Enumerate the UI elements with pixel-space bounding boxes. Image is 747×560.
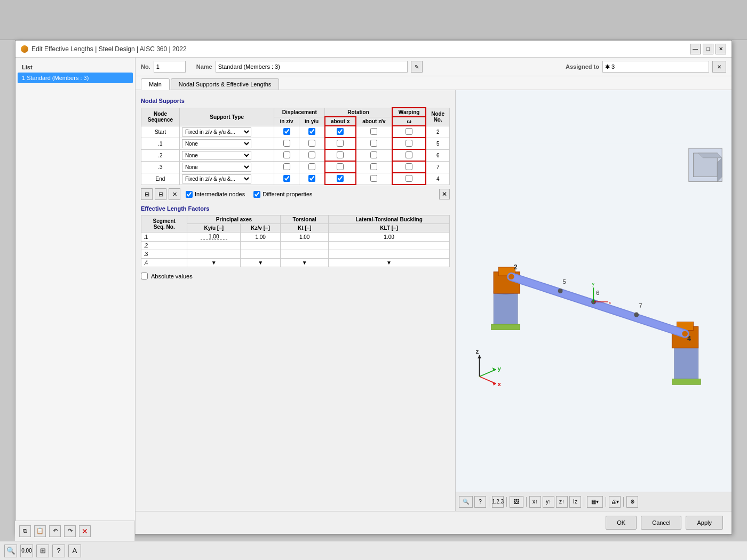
close-button[interactable]: ✕ xyxy=(716,44,726,54)
row-rot-x-end xyxy=(325,173,356,185)
intermediate-nodes-checkbox[interactable] xyxy=(186,191,193,198)
cb-rot-x-end[interactable] xyxy=(337,175,344,182)
row-node-no-1: 5 xyxy=(426,138,449,149)
assigned-edit-button[interactable]: ✕ xyxy=(712,61,726,73)
th-torsional: Torsional xyxy=(281,215,329,224)
taskbar-btn-4[interactable]: ? xyxy=(52,545,65,557)
taskbar-btn-val[interactable]: 0.00 xyxy=(20,545,33,557)
view-btn-3[interactable]: 1.2.3 xyxy=(492,496,504,508)
view-btn-x[interactable]: x↑ xyxy=(529,496,541,508)
dialog-title: Edit Effective Lengths | Steel Design | … xyxy=(21,45,187,53)
apply-button[interactable]: Apply xyxy=(686,516,723,530)
support-type-start[interactable]: Fixed in z/v & y/u &... xyxy=(182,127,251,137)
view-btn-2[interactable]: ? xyxy=(474,496,486,508)
row-rot-z-1 xyxy=(356,138,392,149)
tab-main[interactable]: Main xyxy=(141,78,170,90)
cb-warping-2[interactable] xyxy=(406,151,412,158)
taskbar-btn-search[interactable]: 🔍 xyxy=(4,545,17,557)
cb-rot-x-1[interactable] xyxy=(337,140,344,147)
cb-disp-y-2[interactable] xyxy=(308,151,315,158)
ok-button[interactable]: OK xyxy=(606,516,637,530)
cb-warping-1[interactable] xyxy=(406,140,412,147)
svg-point-27 xyxy=(634,313,639,317)
add-row-button[interactable]: ⊞ xyxy=(141,188,153,200)
info-row: No. Name ✎ Assigned to ✕ xyxy=(136,58,732,76)
cb-warping-end[interactable] xyxy=(406,175,412,182)
cb-rot-z-2[interactable] xyxy=(370,151,377,158)
delete-button[interactable]: ✕ xyxy=(79,525,91,537)
th-seg-seq: SegmentSeq. No. xyxy=(141,215,187,233)
titlebar-controls: — □ ✕ xyxy=(690,44,726,54)
cb-disp-z-1[interactable] xyxy=(283,140,290,147)
cb-rot-x-3[interactable] xyxy=(337,163,344,170)
no-input[interactable] xyxy=(154,61,186,73)
th-principal-axes: Principal axes xyxy=(187,215,281,224)
taskbar-btn-3[interactable]: ⊞ xyxy=(36,545,49,557)
minimize-button[interactable]: — xyxy=(690,44,701,54)
delete-row-button[interactable]: ✕ xyxy=(169,188,180,200)
cb-disp-z-end[interactable] xyxy=(283,175,290,182)
edit-name-button[interactable]: ✎ xyxy=(411,61,423,73)
cb-disp-y-3[interactable] xyxy=(308,163,315,170)
row-node-no-2: 6 xyxy=(426,149,449,161)
view-btn-4[interactable]: 🖼 xyxy=(510,496,523,508)
toolbar-close-button[interactable]: ✕ xyxy=(439,189,450,199)
taskbar-btn-5[interactable]: A xyxy=(68,545,81,557)
table-row: .3 xyxy=(141,250,450,259)
assigned-input[interactable] xyxy=(602,61,709,73)
sidebar-item-standard[interactable]: 1 Standard (Members : 3) xyxy=(18,73,133,83)
svg-text:5: 5 xyxy=(563,278,566,285)
cb-warping-start[interactable] xyxy=(406,128,412,135)
cb-rot-z-start[interactable] xyxy=(370,128,377,135)
eff-seq-4: .4 xyxy=(141,259,187,267)
cb-rot-z-1[interactable] xyxy=(370,140,377,147)
eff-kyv-2 xyxy=(187,242,241,250)
cb-disp-y-start[interactable] xyxy=(308,128,315,135)
paste-button[interactable]: 📋 xyxy=(34,525,46,537)
diff-properties-checkbox[interactable] xyxy=(253,191,260,198)
name-label: Name xyxy=(196,63,212,70)
view-btn-y[interactable]: y↑ xyxy=(543,496,554,508)
table-row: .4 ▼ ▼ ▼ ▼ xyxy=(141,259,450,267)
view-btn-z2[interactable]: Iz xyxy=(569,496,581,508)
support-type-1[interactable]: None xyxy=(182,139,251,148)
insert-row-button[interactable]: ⊟ xyxy=(155,188,166,200)
undo-button[interactable]: ↶ xyxy=(49,525,61,537)
support-type-2[interactable]: None xyxy=(182,151,251,160)
absolute-values-checkbox[interactable] xyxy=(141,273,148,279)
cb-disp-y-end[interactable] xyxy=(308,175,315,182)
svg-text:x: x xyxy=(497,381,501,387)
th-node-seq: NodeSequence xyxy=(141,108,180,126)
cb-rot-z-end[interactable] xyxy=(370,175,377,182)
row-disp-y-3 xyxy=(299,161,324,173)
redo-button[interactable]: ↷ xyxy=(64,525,76,537)
name-input[interactable] xyxy=(216,61,408,73)
eff-kzv-1: 1.00 xyxy=(241,233,281,242)
kyv-1-input[interactable] xyxy=(201,234,227,240)
cb-rot-z-3[interactable] xyxy=(370,163,377,170)
copy-button[interactable]: ⧉ xyxy=(19,525,31,537)
cb-disp-z-2[interactable] xyxy=(283,151,290,158)
row-support-1: None xyxy=(179,138,274,149)
eff-kyv-4: ▼ xyxy=(187,259,241,267)
cancel-button[interactable]: Cancel xyxy=(641,516,681,530)
cb-rot-x-start[interactable] xyxy=(337,128,344,135)
cb-disp-y-1[interactable] xyxy=(308,140,315,147)
eff-seq-2: .2 xyxy=(141,242,187,250)
cb-rot-x-2[interactable] xyxy=(337,151,344,158)
support-type-end[interactable]: Fixed in z/v & y/u &... xyxy=(182,174,251,183)
view-btn-z1[interactable]: z↑ xyxy=(556,496,568,508)
cb-disp-z-start[interactable] xyxy=(283,128,290,135)
cb-disp-z-3[interactable] xyxy=(283,163,290,170)
row-rot-x-start xyxy=(325,126,356,138)
nodal-supports-table: NodeSequence Support Type Displacement R… xyxy=(141,107,450,185)
tab-nodal[interactable]: Nodal Supports & Effective Lengths xyxy=(171,78,279,90)
maximize-button[interactable]: □ xyxy=(703,44,713,54)
view-btn-settings[interactable]: ⚙ xyxy=(626,496,638,508)
support-type-3[interactable]: None xyxy=(182,163,251,172)
view-btn-render[interactable]: ▦▾ xyxy=(587,496,603,508)
cb-warping-3[interactable] xyxy=(406,163,412,170)
view-btn-print[interactable]: 🖨▾ xyxy=(609,496,621,508)
row-rot-x-1 xyxy=(325,138,356,149)
view-btn-1[interactable]: 🔍 xyxy=(459,496,473,508)
